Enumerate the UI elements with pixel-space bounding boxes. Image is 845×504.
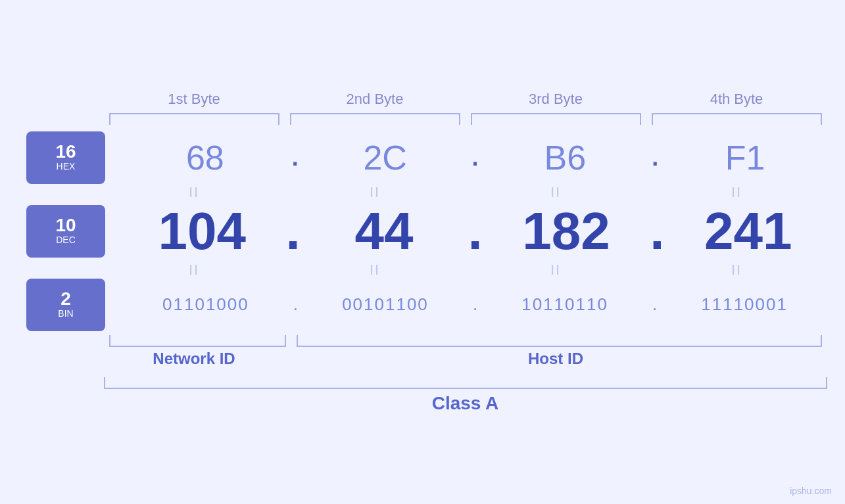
dec-byte2: 44: [301, 201, 468, 262]
dot-hex-2: .: [471, 144, 478, 172]
dot-dec-1: .: [286, 201, 301, 262]
hex-base-num: 16: [55, 143, 76, 161]
network-bracket: [109, 335, 286, 347]
eq2-b1: II: [104, 262, 285, 279]
dot-bin-2: .: [473, 294, 477, 315]
bin-base-label: BIN: [58, 308, 73, 319]
eq1-b4: II: [646, 184, 827, 201]
byte4-header: 4th Byte: [646, 91, 827, 108]
bin-byte2: 00101100: [298, 294, 473, 315]
top-brackets: [104, 113, 827, 125]
bottom-brackets-row: [104, 335, 827, 347]
dec-byte4: 241: [664, 201, 832, 262]
byte3-header: 3rd Byte: [466, 91, 646, 108]
dec-badge: 10 DEC: [26, 205, 105, 258]
dot-bin-3: .: [652, 294, 657, 315]
eq2-b2: II: [285, 262, 466, 279]
bracket-byte3: [471, 113, 641, 125]
dot-hex-3: .: [652, 144, 658, 172]
dec-base-num: 10: [55, 216, 76, 235]
dot-dec-3: .: [650, 201, 664, 262]
byte-headers: 1st Byte 2nd Byte 3rd Byte 4th Byte: [104, 91, 827, 108]
hex-base-label: HEX: [57, 161, 76, 172]
id-labels-row: Network ID Host ID: [104, 350, 827, 368]
main-container: 1st Byte 2nd Byte 3rd Byte 4th Byte 16 H…: [0, 0, 845, 504]
hex-badge: 16 HEX: [26, 131, 105, 184]
hex-values-row: 68 . 2C . B6 . F1: [105, 138, 845, 177]
byte1-header: 1st Byte: [104, 91, 285, 108]
hex-byte1: 68: [118, 138, 292, 177]
host-id-label: Host ID: [285, 350, 827, 368]
bin-base-num: 2: [60, 290, 71, 308]
dec-byte1: 104: [118, 201, 286, 262]
equals-row-1: II II II II: [104, 184, 827, 201]
class-bracket: [104, 377, 827, 389]
byte2-header: 2nd Byte: [285, 91, 466, 108]
host-bracket: [297, 335, 822, 347]
hex-byte3: B6: [479, 138, 652, 177]
eq1-b3: II: [466, 184, 646, 201]
bracket-byte1: [109, 113, 279, 125]
hex-byte4: F1: [658, 138, 832, 177]
bin-badge: 2 BIN: [26, 279, 105, 331]
dot-bin-1: .: [293, 294, 298, 315]
eq1-b1: II: [104, 184, 285, 201]
eq1-b2: II: [285, 184, 466, 201]
hex-byte2: 2C: [299, 138, 472, 177]
watermark: ipshu.com: [790, 486, 832, 496]
network-id-label: Network ID: [104, 350, 285, 368]
dec-values-row: 104 . 44 . 182 . 241: [105, 201, 845, 262]
bin-byte4: 11110001: [657, 294, 832, 315]
dec-base-label: DEC: [56, 235, 76, 246]
eq2-b4: II: [646, 262, 827, 279]
equals-row-2: II II II II: [104, 262, 827, 279]
class-label: Class A: [104, 393, 827, 414]
dot-hex-1: .: [292, 144, 299, 172]
bin-values-row: 01101000 . 00101100 . 10110110 . 1111000…: [105, 294, 845, 315]
dot-dec-2: .: [468, 201, 482, 262]
bracket-byte2: [290, 113, 460, 125]
bin-byte1: 01101000: [118, 294, 293, 315]
bin-byte3: 10110110: [477, 294, 652, 315]
eq2-b3: II: [466, 262, 646, 279]
dec-byte3: 182: [483, 201, 650, 262]
bracket-byte4: [652, 113, 822, 125]
